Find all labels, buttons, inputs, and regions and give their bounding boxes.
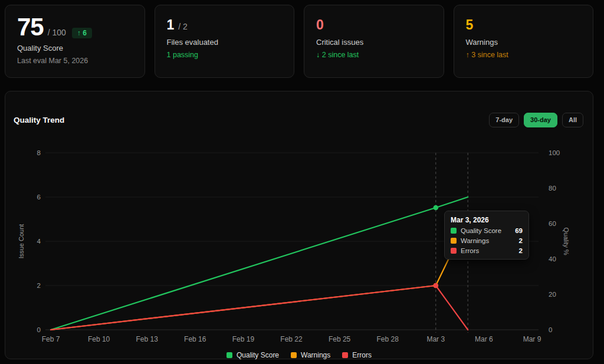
x-tick-label: Feb 7	[42, 335, 60, 343]
warnings-footnote: ↑ 3 since last	[466, 51, 582, 59]
legend-label: Quality Score	[237, 351, 279, 359]
files-evaluated-footnote: 1 passing	[167, 51, 283, 59]
files-evaluated-card: 1 / 2 Files evaluated 1 passing	[155, 5, 295, 78]
tooltip-row: Quality Score69	[451, 227, 523, 234]
y-right-tick-label: 0	[549, 326, 552, 333]
y-left-tick-label: 0	[37, 326, 41, 333]
legend-swatch-icon	[226, 352, 232, 358]
y-right-tick-label: 40	[549, 255, 556, 263]
files-evaluated-value-row: 1 / 2	[167, 17, 283, 34]
x-tick-label: Feb 10	[88, 335, 110, 343]
chart-title: Quality Trend	[14, 116, 64, 124]
y-left-axis-title: Issue Count	[18, 224, 25, 259]
series-line-errors	[51, 286, 468, 330]
tooltip-row: Warnings2	[451, 237, 523, 244]
x-tick-label: Feb 28	[377, 335, 399, 343]
warnings-value-row: 5	[466, 17, 582, 34]
critical-issues-label: Critical issues	[316, 38, 432, 47]
series-line-warnings	[51, 219, 468, 330]
y-right-tick-label: 80	[549, 185, 556, 192]
tooltip-series-swatch-icon	[451, 248, 457, 254]
warnings-label: Warnings	[466, 38, 582, 47]
quality-score-footnote: Last eval Mar 5, 2026	[17, 57, 133, 65]
critical-issues-card: 0 Critical issues ↓ 2 since last	[304, 5, 444, 78]
legend-swatch-icon	[291, 352, 297, 358]
y-right-tick-label: 60	[549, 220, 556, 227]
quality-score-denominator: / 100	[48, 28, 66, 37]
quality-score-label: Quality Score	[17, 44, 133, 53]
x-tick-label: Feb 22	[280, 335, 303, 343]
x-tick-label: Mar 6	[475, 335, 493, 343]
tooltip-series-value: 69	[515, 227, 523, 234]
chart-legend: Quality ScoreWarningsErrors	[5, 351, 593, 359]
y-right-axis-title: Quality %	[563, 227, 570, 255]
x-tick-label: Feb 19	[232, 335, 255, 343]
warnings-card: 5 Warnings ↑ 3 since last	[454, 5, 594, 78]
range-tab-all[interactable]: All	[562, 113, 583, 127]
files-evaluated-value: 1	[167, 17, 175, 34]
tooltip-series-value: 2	[519, 237, 523, 244]
x-tick-label: Mar 3	[426, 335, 445, 343]
quality-score-value: 75	[17, 15, 44, 40]
series-line-quality-score	[51, 197, 468, 330]
x-tick-label: Mar 9	[523, 335, 541, 343]
tooltip-date: Mar 3, 2026	[451, 216, 523, 224]
files-evaluated-label: Files evaluated	[167, 38, 283, 47]
quality-score-card: 75 / 100 ↑ 6 Quality Score Last eval Mar…	[5, 5, 145, 78]
legend-item-errors[interactable]: Errors	[342, 351, 372, 359]
range-tab-7-day[interactable]: 7-day	[489, 113, 519, 127]
quality-score-value-row: 75 / 100 ↑ 6	[17, 15, 133, 40]
files-evaluated-denominator: / 2	[178, 22, 188, 31]
data-point-marker-quality-score[interactable]	[434, 205, 439, 211]
x-tick-label: Feb 16	[184, 335, 206, 343]
tooltip-series-swatch-icon	[451, 228, 457, 234]
tooltip-series-label: Quality Score	[461, 227, 515, 234]
stat-cards-row: 75 / 100 ↑ 6 Quality Score Last eval Mar…	[5, 5, 593, 78]
x-tick-label: Feb 25	[329, 335, 351, 343]
legend-item-warnings[interactable]: Warnings	[291, 351, 330, 359]
x-tick-label: Feb 13	[136, 335, 159, 343]
critical-issues-footnote: ↓ 2 since last	[316, 51, 432, 59]
tooltip-series-value: 2	[519, 247, 523, 254]
legend-label: Warnings	[301, 351, 330, 359]
dashboard: 75 / 100 ↑ 6 Quality Score Last eval Mar…	[0, 0, 604, 364]
y-left-tick-label: 6	[37, 194, 41, 201]
warnings-value: 5	[466, 17, 474, 34]
legend-item-quality-score[interactable]: Quality Score	[226, 351, 279, 359]
y-left-tick-label: 2	[37, 282, 41, 289]
legend-label: Errors	[352, 351, 372, 359]
critical-issues-value: 0	[316, 17, 324, 34]
legend-swatch-icon	[342, 352, 348, 358]
tooltip-rows: Quality Score69Warnings2Errors2	[451, 227, 523, 254]
tooltip-series-label: Warnings	[461, 237, 519, 244]
critical-issues-value-row: 0	[316, 17, 432, 34]
y-left-tick-label: 4	[37, 238, 41, 245]
tooltip-series-label: Errors	[461, 247, 519, 254]
quality-trend-card: Quality Trend 7-day30-dayAll 02468020406…	[5, 91, 593, 359]
y-left-tick-label: 8	[37, 149, 41, 156]
data-point-marker-errors[interactable]	[434, 283, 439, 288]
tooltip-row: Errors2	[451, 247, 523, 254]
tooltip-series-swatch-icon	[451, 238, 457, 244]
quality-score-delta-badge: ↑ 6	[72, 28, 92, 38]
y-right-tick-label: 20	[549, 291, 556, 298]
chart-tooltip: Mar 3, 2026 Quality Score69Warnings2Erro…	[444, 211, 529, 260]
range-tab-30-day[interactable]: 30-day	[524, 113, 557, 127]
y-right-tick-label: 100	[549, 149, 560, 156]
range-tabs: 7-day30-dayAll	[489, 113, 583, 127]
